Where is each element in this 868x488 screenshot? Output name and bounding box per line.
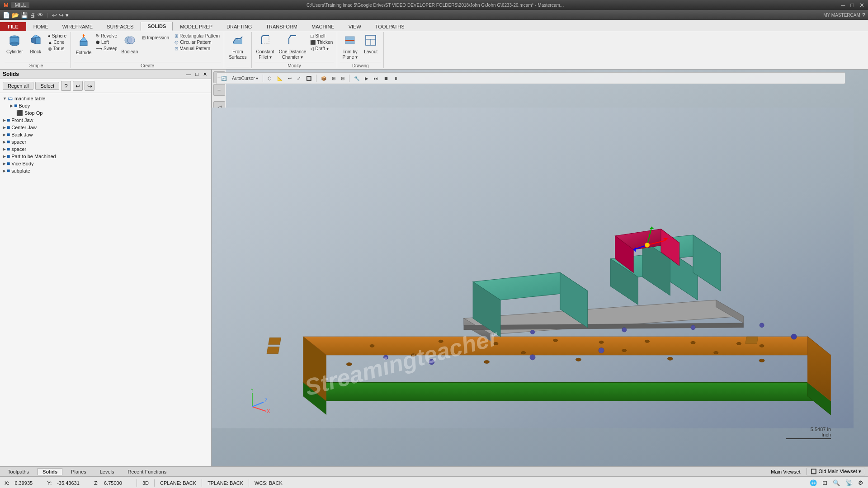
panel-float-btn[interactable]: □ xyxy=(194,71,200,77)
bottom-tab-recent[interactable]: Recent Functions xyxy=(123,468,172,475)
tab-wireframe[interactable]: WIREFRAME xyxy=(56,22,99,31)
minimize-btn[interactable]: ─ xyxy=(841,2,845,9)
vt-snap2[interactable]: 📐 xyxy=(275,75,284,81)
tree-item-spacer2[interactable]: ▶ ■ spacer xyxy=(0,145,211,153)
vt-rotate-btn[interactable]: 🔄 xyxy=(219,75,228,81)
titlebar: M MILL C:\Users\Training imac 5\Google D… xyxy=(0,0,868,10)
window-controls[interactable]: ─ □ ✕ xyxy=(841,2,864,9)
tree-item-front-jaw[interactable]: ▶ ■ Front Jaw xyxy=(0,117,211,124)
thicken-button[interactable]: ⬛ Thicken xyxy=(309,39,334,45)
tab-home[interactable]: HOME xyxy=(27,22,55,31)
old-main-viewset-btn[interactable]: 🔲 Old Main Viewset ▾ xyxy=(807,468,865,475)
panel-close-btn[interactable]: ✕ xyxy=(202,71,208,77)
tree-item-stop-op[interactable]: ⬛ Stop Op xyxy=(0,109,211,117)
maximize-btn[interactable]: □ xyxy=(850,2,854,9)
tree-item-spacer1[interactable]: ▶ ■ spacer xyxy=(0,138,211,145)
status-mode: 3D xyxy=(142,480,149,486)
tree-item-subplate[interactable]: ▶ ■ subplate xyxy=(0,167,211,174)
3d-scene[interactable]: Streamingteacher X Y Z 5.5487 in Inch xyxy=(212,88,854,448)
sweep-button[interactable]: ⟿ Sweep xyxy=(94,46,119,52)
vt-snap4[interactable]: ⤢ xyxy=(295,75,302,81)
svg-point-34 xyxy=(411,354,415,357)
vt-snap1[interactable]: ⬡ xyxy=(266,75,274,81)
vt-snap3[interactable]: ↩ xyxy=(286,75,293,81)
tab-toolpaths[interactable]: TOOLPATHS xyxy=(368,22,411,31)
bottom-tab-toolpaths[interactable]: Toolpaths xyxy=(3,468,34,475)
tab-file[interactable]: FILE xyxy=(0,22,26,31)
block-button[interactable]: Block xyxy=(26,33,46,56)
redo-toolbar-btn[interactable]: ↪ xyxy=(85,81,94,91)
panel-pin-btn[interactable]: — xyxy=(184,71,192,77)
revolve-button[interactable]: ↻ Revolve xyxy=(94,33,119,39)
qa-new[interactable]: 📄 xyxy=(3,12,10,19)
tree-item-center-jaw[interactable]: ▶ ■ Center Jaw xyxy=(0,124,211,131)
tree-item-machine-table[interactable]: ▼ 🗂 machine table xyxy=(0,95,211,102)
qa-redo[interactable]: ↪ xyxy=(59,12,64,19)
status-antenna-icon[interactable]: 📡 xyxy=(845,479,853,486)
viewport[interactable]: 🔄 AutoCursor ▾ ⬡ 📐 ↩ ⤢ 🔲 📦 ⊞ ⊟ 🔧 ▶ ⏭ ⏹ ⏸ xyxy=(212,70,868,466)
simple-small-col: ● Sphere ▲ Cone ◎ Torus xyxy=(47,33,68,52)
tab-modelprep[interactable]: MODEL PREP xyxy=(173,22,219,31)
loft-button[interactable]: ⬟ Loft xyxy=(94,39,119,45)
qa-print[interactable]: 🖨 xyxy=(30,12,36,19)
sphere-button[interactable]: ● Sphere xyxy=(47,33,68,39)
vt-view2[interactable]: ⊞ xyxy=(330,75,337,81)
vt-pause-btn[interactable]: ⏸ xyxy=(392,75,400,81)
vt-autocursor-btn[interactable]: AutoCursor ▾ xyxy=(230,75,260,81)
manual-pattern-button[interactable]: ⊡ Manual Pattern xyxy=(173,46,221,52)
qa-open[interactable]: 📂 xyxy=(12,12,19,19)
extrude-button[interactable]: Extrude xyxy=(74,33,94,56)
status-settings-icon[interactable]: ⚙ xyxy=(858,479,863,486)
status-grid-icon[interactable]: ⊡ xyxy=(822,479,827,486)
rectangular-pattern-button[interactable]: ⊞ Rectangular Pattern xyxy=(173,33,221,39)
select-button[interactable]: Select xyxy=(35,82,59,90)
tree-item-part-machined[interactable]: ▶ ■ Part to be Machined xyxy=(0,153,211,160)
vt-view1[interactable]: 📦 xyxy=(319,75,328,81)
qa-preview[interactable]: 👁 xyxy=(38,12,43,19)
help-toolbar-btn[interactable]: ? xyxy=(61,81,71,91)
layout-button[interactable]: Layout xyxy=(361,33,381,56)
tab-drafting[interactable]: DRAFTING xyxy=(220,22,259,31)
undo-toolbar-btn[interactable]: ↩ xyxy=(73,81,83,91)
vt-play-btn[interactable]: ▶ xyxy=(363,75,370,81)
circular-pattern-button[interactable]: ◎ Circular Pattern xyxy=(173,39,221,45)
shell-button[interactable]: ◻ Shell xyxy=(309,33,334,39)
bottom-tab-levels[interactable]: Levels xyxy=(95,468,119,475)
draft-button[interactable]: ◁ Draft ▾ xyxy=(309,46,334,52)
cylinder-button[interactable]: Cylinder xyxy=(5,33,25,56)
tab-machine[interactable]: MACHINE xyxy=(305,22,341,31)
bottom-tab-solids[interactable]: Solids xyxy=(38,468,62,475)
torus-button[interactable]: ◎ Torus xyxy=(47,46,68,52)
from-surfaces-button[interactable]: From Surfaces xyxy=(227,33,248,61)
regen-all-button[interactable]: Regen all xyxy=(3,82,33,90)
boolean-button[interactable]: Boolean xyxy=(120,33,140,56)
help-icon[interactable]: ? xyxy=(862,12,865,19)
cone-button[interactable]: ▲ Cone xyxy=(47,39,68,45)
qa-dropdown[interactable]: ▾ xyxy=(66,12,69,19)
tab-view[interactable]: VIEW xyxy=(342,22,368,31)
tab-transform[interactable]: TRANSFORM xyxy=(259,22,304,31)
layout-label: Layout xyxy=(364,49,377,55)
status-zoom-icon[interactable]: 🔍 xyxy=(833,479,840,486)
tree-item-vice-body[interactable]: ▶ ■ Vice Body xyxy=(0,160,211,167)
qa-undo[interactable]: ↩ xyxy=(52,12,57,19)
status-globe-icon[interactable]: 🌐 xyxy=(810,479,817,486)
trim-by-plane-button[interactable]: Trim by Plane ▾ xyxy=(340,33,360,61)
qa-save[interactable]: 💾 xyxy=(21,12,28,19)
vt-settings-btn[interactable]: 🔧 xyxy=(352,75,361,81)
vt-view3[interactable]: ⊟ xyxy=(339,75,346,81)
manual-pattern-icon: ⊡ xyxy=(175,46,178,51)
tab-surfaces[interactable]: SURFACES xyxy=(100,22,140,31)
one-distance-chamfer-button[interactable]: One Distance Chamfer ▾ xyxy=(277,33,308,61)
tree-item-back-jaw[interactable]: ▶ ■ Back Jaw xyxy=(0,131,211,138)
torus-label: Torus xyxy=(53,46,64,51)
vt-snap5[interactable]: 🔲 xyxy=(304,75,313,81)
impression-button[interactable]: ⊞ Impression xyxy=(141,35,170,41)
bottom-tab-planes[interactable]: Planes xyxy=(66,468,91,475)
constant-fillet-button[interactable]: Constant Fillet ▾ xyxy=(255,33,276,61)
close-btn[interactable]: ✕ xyxy=(859,2,864,9)
tree-item-body[interactable]: ▶ ■ Body xyxy=(0,102,211,109)
tab-solids[interactable]: SOLIDS xyxy=(141,22,173,31)
vt-stop-btn[interactable]: ⏹ xyxy=(382,75,390,81)
vt-skip-btn[interactable]: ⏭ xyxy=(372,75,380,81)
